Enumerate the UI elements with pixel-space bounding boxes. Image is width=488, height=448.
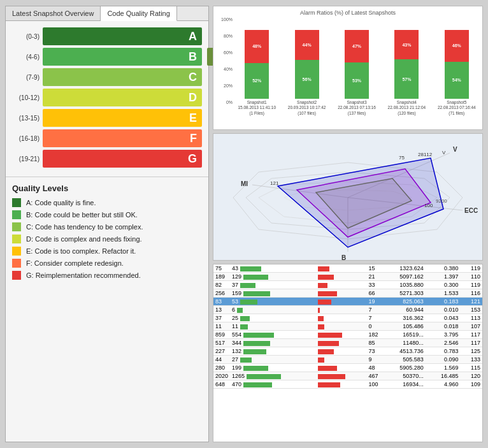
spider-chart-container: MI V ECC B 28112 V 75 100 9200 121 106 4…: [213, 133, 483, 261]
svg-text:MI: MI: [241, 180, 248, 187]
rating-bar-g: (19-21) G: [12, 150, 202, 168]
quality-levels-title: Quality Levels: [12, 184, 202, 193]
data-table-container: 7543 151323.6240.380119189129 215097.162…: [213, 264, 483, 442]
tab-code-quality[interactable]: Code Quality Rating: [101, 6, 176, 21]
bar-f: F: [43, 129, 202, 147]
svg-text:121
        106
        480
  : 121 106 480 10 2 0 5 1 4 108 8 6 5 100 1…: [270, 180, 279, 186]
quality-color-6: [12, 271, 21, 280]
data-table: 7543 151323.6240.380119189129 215097.162…: [213, 264, 482, 389]
bar-e: E: [43, 109, 202, 127]
table-row: 136 760.9440.010153: [213, 306, 482, 314]
quality-color-1: [12, 210, 21, 219]
chart-col-0: 48% 52% Snapshot115.08.2013 11:41:10(1 F…: [234, 30, 279, 116]
range-e: (13-15): [12, 115, 43, 122]
table-row: 4427 9505.5830.090133: [213, 356, 482, 364]
rating-bar-f: (16-18) F: [12, 129, 202, 147]
table-row: 227132 734513.7360.783125: [213, 347, 482, 356]
table-row: 517344 8511480...2.546117: [213, 339, 482, 347]
table-row: 20201265 46750370...16.485120: [213, 372, 482, 380]
rating-bar-b: (4-6) B 4: [12, 48, 202, 66]
bar-c: C: [43, 68, 202, 86]
table-row: 859554 18216519...3.795117: [213, 331, 482, 339]
rating-bar-a: (0-3) A: [12, 27, 202, 45]
rating-bar-d: (10-12) D: [12, 89, 202, 106]
table-row: 256159 665271.3031.533116: [213, 289, 482, 298]
tab-bar: Latest Snapshot Overview Code Quality Ra…: [6, 6, 208, 21]
quality-item-0: A: Code quality is fine.: [12, 198, 202, 207]
quality-color-3: [12, 235, 21, 243]
svg-text:9200: 9200: [436, 198, 447, 204]
range-b: (4-6): [12, 54, 43, 61]
svg-text:ECC: ECC: [464, 207, 478, 214]
letter-f: F: [190, 132, 197, 145]
svg-text:28112: 28112: [418, 152, 433, 157]
range-g: (19-21): [12, 155, 43, 163]
chart-title: Alarm Ratios (%) of Latest Snapshots: [217, 10, 479, 16]
quality-item-3: D: Code is complex and needs fixing.: [12, 235, 202, 243]
letter-a: A: [189, 30, 197, 43]
svg-text:V: V: [453, 146, 457, 153]
quality-item-2: C: Code has tendency to be complex.: [12, 222, 202, 231]
quality-color-0: [12, 198, 21, 207]
rating-bar-e: (13-15) E: [12, 109, 202, 127]
table-row: 8353 19825.0630.183121: [213, 298, 482, 306]
letter-g: G: [188, 152, 197, 166]
table-row: 1111 0105.4860.018107: [213, 322, 482, 331]
table-row: 8237 331035.8800.300119: [213, 281, 482, 289]
right-panel: Alarm Ratios (%) of Latest Snapshots 100…: [213, 6, 483, 442]
left-panel: Latest Snapshot Overview Code Quality Ra…: [5, 6, 209, 442]
quality-item-6: G: Reimplementation recommended.: [12, 271, 202, 280]
bar-chart-container: Alarm Ratios (%) of Latest Snapshots 100…: [213, 6, 483, 130]
quality-item-1: B: Code could be better but still OK.: [12, 210, 202, 219]
range-a: (0-3): [12, 33, 43, 40]
quality-item-4: E: Code is too complex. Refactor it.: [12, 247, 202, 256]
letter-e: E: [189, 112, 197, 125]
table-row: 3725 7316.3620.043113: [213, 314, 482, 322]
range-d: (10-12): [12, 94, 43, 101]
quality-color-5: [12, 259, 21, 268]
bar-d: D: [43, 89, 202, 106]
svg-text:V: V: [442, 150, 446, 155]
quality-section: Quality Levels A: Code quality is fine.B…: [6, 177, 208, 289]
svg-text:75: 75: [399, 155, 405, 161]
quality-color-2: [12, 222, 21, 231]
quality-color-4: [12, 247, 21, 256]
letter-d: D: [189, 91, 197, 105]
bar-b: B 4: [43, 48, 202, 66]
letter-b: B: [189, 50, 197, 64]
svg-text:100: 100: [424, 203, 433, 208]
chart-col-4: 46% 54% Snapshot522.08.2013 07:16:44(71 …: [434, 30, 479, 116]
table-row: 648470 10016934...4.960109: [213, 380, 482, 389]
bar-g: G: [43, 150, 202, 168]
tab-snapshot-overview[interactable]: Latest Snapshot Overview: [6, 6, 101, 20]
main-container: Latest Snapshot Overview Code Quality Ra…: [5, 6, 483, 442]
range-f: (16-18): [12, 135, 43, 142]
chart-col-1: 44% 56% Snapshot220.09.2013 10:17:42(107…: [284, 30, 329, 116]
spider-svg: MI V ECC B 28112 V 75 100 9200 121 106 4…: [213, 134, 482, 261]
quality-items-container: A: Code quality is fine.B: Code could be…: [12, 198, 202, 280]
rating-bar-c: (7-9) C: [12, 68, 202, 86]
table-row: 280199 485905.2801.569115: [213, 364, 482, 372]
chart-col-2: 47% 53% Snapshot322.08.2013 07:13:16(137…: [334, 30, 379, 116]
bar-a: A: [43, 27, 202, 45]
table-row: 7543 151323.6240.380119: [213, 264, 482, 273]
range-c: (7-9): [12, 74, 43, 81]
rating-section: (0-3) A (4-6) B 4 (7-9) C (10-12): [6, 21, 208, 173]
svg-text:B: B: [341, 254, 346, 261]
chart-col-3: 43% 57% Snapshot422.08.2013 21:12:04(120…: [384, 30, 429, 116]
quality-item-5: F: Consider complete redesign.: [12, 259, 202, 268]
table-row: 189129 215097.1621.397110: [213, 273, 482, 281]
letter-c: C: [189, 71, 197, 84]
